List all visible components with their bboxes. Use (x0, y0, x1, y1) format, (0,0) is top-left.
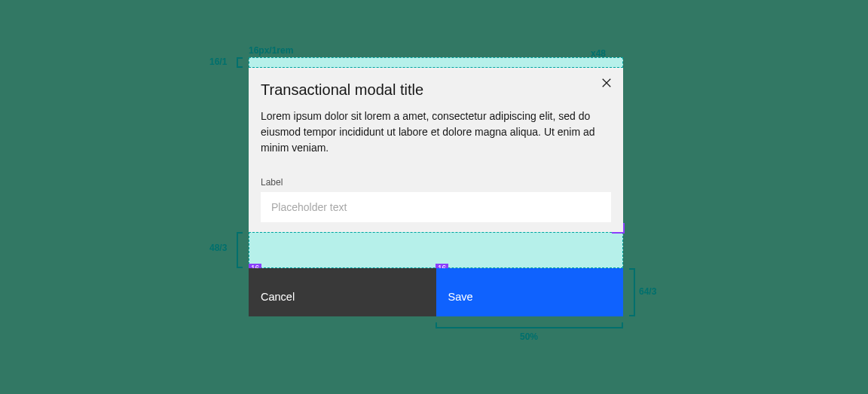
input-label: Label (261, 177, 611, 188)
cancel-button[interactable]: Cancel (249, 268, 436, 316)
close-icon (601, 78, 612, 88)
spec-label-top-strip: 16/1 (209, 57, 227, 67)
spec-bracket-gap (237, 232, 243, 268)
spec-label-button-height: 64/3 (639, 286, 656, 297)
save-button[interactable]: Save (436, 268, 624, 316)
spec-label-gap: 48/3 (209, 243, 227, 253)
modal-gap-space (249, 232, 623, 268)
spec-dim-top-left: 16px/1rem (249, 45, 293, 56)
transactional-modal: Transactional modal title Lorem ipsum do… (249, 68, 623, 316)
spec-top-margin-strip (249, 57, 623, 68)
modal-body: Transactional modal title Lorem ipsum do… (249, 68, 623, 232)
spec-bracket-button-height (629, 268, 635, 316)
spec-bracket-top-strip (237, 57, 243, 68)
text-input[interactable] (261, 192, 611, 222)
modal-body-text: Lorem ipsum dolor sit lorem a amet, cons… (261, 108, 611, 156)
spec-bracket-button-width (436, 322, 623, 328)
modal-button-row: Cancel Save (249, 268, 623, 316)
close-button[interactable] (599, 75, 614, 90)
modal-title: Transactional modal title (261, 80, 611, 99)
spec-dim-close: x48 (591, 48, 606, 59)
spec-label-button-width: 50% (520, 331, 538, 342)
